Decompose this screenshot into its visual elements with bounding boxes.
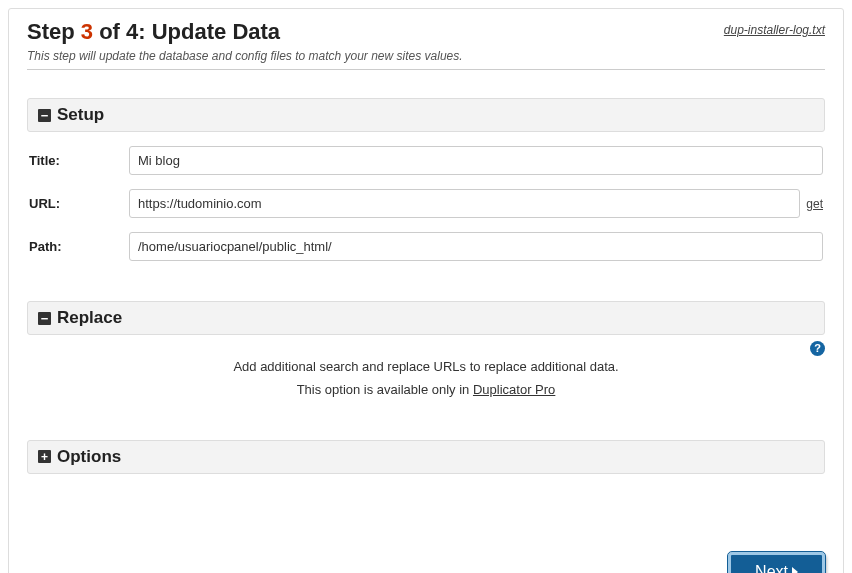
arrow-right-icon bbox=[792, 567, 798, 573]
url-row: URL: get bbox=[29, 189, 823, 218]
title-input[interactable] bbox=[129, 146, 823, 175]
collapse-icon bbox=[38, 109, 51, 122]
installer-step-panel: Step 3 of 4: Update Data This step will … bbox=[8, 8, 844, 573]
replace-description: Add additional search and replace URLs t… bbox=[27, 355, 825, 378]
help-icon[interactable]: ? bbox=[810, 341, 825, 356]
step-of: of 4: bbox=[93, 19, 152, 44]
replace-section-header[interactable]: Replace bbox=[27, 301, 825, 335]
duplicator-pro-link[interactable]: Duplicator Pro bbox=[473, 382, 555, 397]
path-input[interactable] bbox=[129, 232, 823, 261]
header: Step 3 of 4: Update Data This step will … bbox=[27, 19, 825, 70]
step-number: 3 bbox=[81, 19, 93, 44]
path-label: Path: bbox=[29, 239, 129, 254]
replace-pro-line: This option is available only in Duplica… bbox=[27, 378, 825, 401]
header-left: Step 3 of 4: Update Data This step will … bbox=[27, 19, 463, 63]
page-subtitle: This step will update the database and c… bbox=[27, 49, 463, 63]
replace-pro-prefix: This option is available only in bbox=[297, 382, 473, 397]
url-input[interactable] bbox=[129, 189, 800, 218]
replace-title: Replace bbox=[57, 308, 122, 328]
page-title: Step 3 of 4: Update Data bbox=[27, 19, 463, 45]
url-get-link[interactable]: get bbox=[806, 197, 823, 211]
next-button[interactable]: Next bbox=[728, 552, 825, 573]
options-title: Options bbox=[57, 447, 121, 467]
options-section-header[interactable]: Options bbox=[27, 440, 825, 474]
path-row: Path: bbox=[29, 232, 823, 261]
setup-form: Title: URL: get Path: bbox=[27, 132, 825, 269]
step-name: Update Data bbox=[152, 19, 280, 44]
expand-icon bbox=[38, 450, 51, 463]
replace-body: ? Add additional search and replace URLs… bbox=[27, 335, 825, 408]
title-row: Title: bbox=[29, 146, 823, 175]
title-label: Title: bbox=[29, 153, 129, 168]
url-label: URL: bbox=[29, 196, 129, 211]
setup-title: Setup bbox=[57, 105, 104, 125]
step-prefix: Step bbox=[27, 19, 81, 44]
collapse-icon bbox=[38, 312, 51, 325]
button-row: Next bbox=[27, 552, 825, 573]
next-label: Next bbox=[755, 563, 788, 573]
log-file-link[interactable]: dup-installer-log.txt bbox=[724, 23, 825, 37]
setup-section-header[interactable]: Setup bbox=[27, 98, 825, 132]
